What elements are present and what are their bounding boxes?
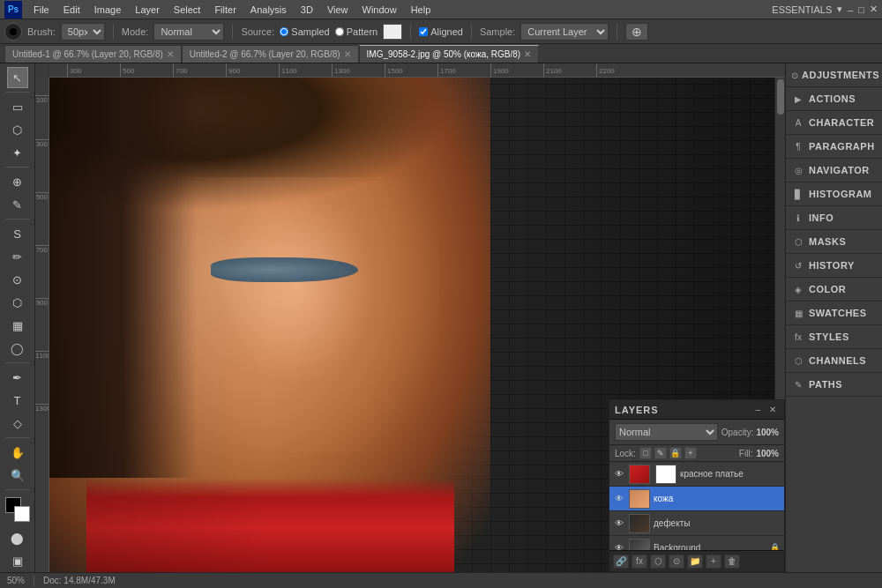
panel-item-navigator[interactable]: ◎ NAVIGATOR: [786, 159, 882, 182]
tab-1[interactable]: Untitled-2 @ 66.7% (Layer 20, RGB/8) ✕: [182, 45, 359, 63]
sample-select[interactable]: Current Layer: [520, 23, 609, 41]
panel-item-paths[interactable]: ✎ PATHS: [786, 373, 882, 397]
menu-file[interactable]: File: [27, 3, 56, 17]
panel-item-info[interactable]: ℹ INFO: [786, 206, 882, 230]
tool-zoom[interactable]: 🔍: [7, 465, 28, 486]
layer-item-1[interactable]: 👁 кожа: [609, 487, 784, 511]
menu-select[interactable]: Select: [168, 3, 207, 17]
tool-gradient[interactable]: ▦: [7, 315, 28, 336]
layer-item-2[interactable]: 👁 дефекты: [609, 511, 784, 536]
panel-header-actions[interactable]: ▶ ACTIONS: [786, 87, 882, 110]
zoom-display[interactable]: 50%: [7, 576, 25, 585]
tool-move[interactable]: ↖: [7, 67, 28, 88]
tool-dodge[interactable]: ◯: [7, 338, 28, 359]
panel-item-actions[interactable]: ▶ ACTIONS: [786, 87, 882, 111]
panel-header-paths[interactable]: ✎ PATHS: [786, 373, 882, 396]
layer-vis-2[interactable]: 👁: [613, 517, 625, 530]
background-color[interactable]: [14, 506, 30, 522]
lock-extra[interactable]: +: [684, 447, 697, 459]
menu-window[interactable]: Window: [356, 3, 403, 17]
layer-delete-btn[interactable]: 🗑: [724, 555, 740, 569]
menu-layer[interactable]: Layer: [129, 3, 166, 17]
fill-value[interactable]: 100%: [756, 449, 779, 458]
source-sampled[interactable]: Sampled: [280, 26, 329, 37]
panel-header-swatches[interactable]: ▦ SWATCHES: [786, 301, 882, 324]
panel-header-channels[interactable]: ⬡ CHANNELS: [786, 349, 882, 372]
layer-link-btn[interactable]: 🔗: [613, 555, 629, 569]
tab-0[interactable]: Untitled-1 @ 66.7% (Layer 20, RGB/8) ✕: [4, 45, 182, 63]
panel-header-info[interactable]: ℹ INFO: [786, 206, 882, 229]
window-close[interactable]: ✕: [870, 4, 878, 15]
layer-vis-1[interactable]: 👁: [613, 493, 625, 505]
tool-lasso[interactable]: ⬡: [7, 119, 28, 140]
window-restore[interactable]: □: [858, 4, 864, 15]
panel-item-paragraph[interactable]: ¶ PARAGRAPH: [786, 135, 882, 159]
tool-eraser[interactable]: ⬡: [7, 292, 28, 313]
brush-preview[interactable]: [4, 23, 22, 41]
aligned-checkbox[interactable]: Aligned: [419, 26, 463, 37]
brush-size-select[interactable]: 50px100px200px: [61, 23, 105, 41]
menu-edit[interactable]: Edit: [57, 3, 86, 17]
panel-item-history[interactable]: ↺ HISTORY: [786, 254, 882, 278]
menu-analysis[interactable]: Analysis: [244, 3, 293, 17]
layer-vis-0[interactable]: 👁: [613, 468, 625, 480]
panel-header-styles[interactable]: fx STYLES: [786, 325, 882, 348]
tab-2[interactable]: IMG_9058-2.jpg @ 50% (кожа, RGB/8) ✕: [359, 45, 540, 63]
scroll-v-thumb[interactable]: [777, 79, 784, 115]
panel-header-adjustments[interactable]: ⊙ ADJUSTMENTS: [786, 63, 882, 86]
panel-item-channels[interactable]: ⬡ CHANNELS: [786, 349, 882, 373]
menu-image[interactable]: Image: [88, 3, 128, 17]
layer-fx-btn[interactable]: fx: [632, 555, 647, 569]
lock-position[interactable]: ✎: [654, 447, 667, 459]
layer-mask-btn[interactable]: ⬡: [650, 555, 666, 569]
lock-all[interactable]: 🔒: [669, 447, 682, 459]
tool-hand[interactable]: ✋: [7, 442, 28, 463]
tool-crop[interactable]: ⊕: [7, 171, 28, 192]
source-pattern[interactable]: Pattern: [335, 26, 377, 37]
tool-eyedropper[interactable]: ✎: [7, 194, 28, 215]
layer-item-3[interactable]: 👁 Background 🔒: [609, 536, 784, 550]
layer-folder-btn[interactable]: 📁: [687, 555, 703, 569]
panel-item-color[interactable]: ◈ COLOR: [786, 278, 882, 301]
layer-item-0[interactable]: 👁 красное платье: [609, 462, 784, 487]
tab-0-close[interactable]: ✕: [167, 49, 174, 59]
tool-brush[interactable]: ✏: [7, 246, 28, 267]
tool-screen-mode[interactable]: ▣: [7, 550, 28, 571]
tool-shape[interactable]: ◇: [7, 413, 28, 434]
panel-header-masks[interactable]: ⬡ MASKS: [786, 230, 882, 253]
panel-header-navigator[interactable]: ◎ NAVIGATOR: [786, 159, 882, 182]
panel-header-character[interactable]: A CHARACTER: [786, 111, 882, 134]
mode-select[interactable]: Normal: [153, 23, 224, 41]
menu-view[interactable]: View: [321, 3, 355, 17]
tab-1-close[interactable]: ✕: [344, 49, 351, 59]
panel-item-styles[interactable]: fx STYLES: [786, 325, 882, 349]
essentials-label[interactable]: ESSENTIALS: [772, 4, 832, 15]
window-minimize[interactable]: –: [848, 4, 853, 15]
panel-item-masks[interactable]: ⬡ MASKS: [786, 230, 882, 254]
pattern-swatch[interactable]: [383, 24, 402, 40]
menu-help[interactable]: Help: [405, 3, 437, 17]
layers-panel-close[interactable]: ✕: [766, 405, 779, 414]
tool-quick-select[interactable]: ✦: [7, 142, 28, 163]
menu-filter[interactable]: Filter: [208, 3, 242, 17]
layers-blend-select[interactable]: Normal: [615, 423, 718, 441]
tool-text[interactable]: T: [7, 390, 28, 411]
clone-stamp-btn[interactable]: ⊕: [625, 23, 648, 41]
tool-clone[interactable]: ⊙: [7, 269, 28, 290]
tool-spot-heal[interactable]: S: [7, 223, 28, 244]
menu-3d[interactable]: 3D: [295, 3, 319, 17]
panel-item-adjustments[interactable]: ⊙ ADJUSTMENTS: [786, 63, 882, 87]
layer-vis-3[interactable]: 👁: [613, 542, 625, 551]
workspace-arrow[interactable]: ▾: [837, 4, 842, 15]
tool-quick-mask[interactable]: ⬤: [7, 527, 28, 548]
layers-panel-collapse[interactable]: –: [752, 405, 763, 414]
panel-header-paragraph[interactable]: ¶ PARAGRAPH: [786, 135, 882, 158]
panel-header-color[interactable]: ◈ COLOR: [786, 278, 882, 301]
panel-header-histogram[interactable]: ▊ HISTOGRAM: [786, 182, 882, 205]
tab-2-close[interactable]: ✕: [524, 49, 531, 59]
tool-marquee[interactable]: ▭: [7, 96, 28, 117]
panel-item-histogram[interactable]: ▊ HISTOGRAM: [786, 182, 882, 206]
lock-pixel[interactable]: □: [639, 447, 652, 459]
tool-pen[interactable]: ✒: [7, 367, 28, 388]
panel-header-history[interactable]: ↺ HISTORY: [786, 254, 882, 277]
